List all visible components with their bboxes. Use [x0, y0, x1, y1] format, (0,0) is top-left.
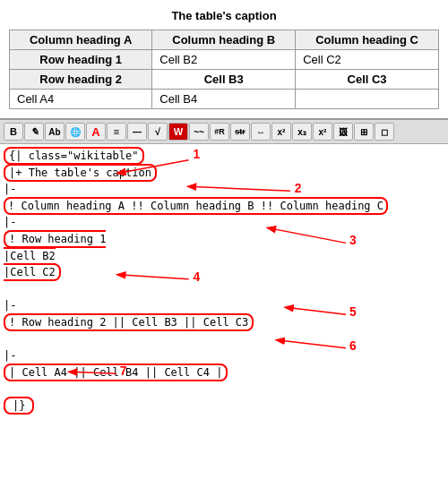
editor-line-1: {| class="wikitable" [4, 148, 444, 165]
sqrt-button[interactable]: √ [148, 123, 168, 141]
image-button[interactable]: 🖼 [333, 123, 353, 141]
editor-line-10: ! Row heading 2 || Cell B3 || Cell C3 [4, 314, 444, 331]
row-heading-1: Row heading 1 [10, 50, 152, 70]
header-row: Column heading A Column heading B Column… [10, 30, 439, 50]
col-heading-c: Column heading C [296, 30, 439, 50]
editor-overlay-container: {| class="wikitable" |+ The table's capt… [0, 144, 448, 418]
editor-line-space1 [4, 281, 444, 298]
col-heading-a: Column heading A [10, 30, 152, 50]
editor-line-space3 [4, 381, 444, 398]
editor-line-9: |- [4, 297, 444, 314]
color-button[interactable]: A [86, 123, 106, 141]
editor-line-12: | Cell A4 || Cell B4 || Cell C4 | [4, 364, 444, 381]
cell-c2: Cell C2 [296, 50, 439, 70]
cell-b2: Cell B2 [152, 50, 296, 70]
strike-button[interactable]: str [230, 123, 250, 141]
sub-button[interactable]: x₂ [292, 123, 312, 141]
editor-content[interactable]: {| class="wikitable" |+ The table's capt… [0, 144, 448, 418]
editor-section: B ✎ Ab 🌐 A ≡ — √ W ~~ #R str ↔ x² x₂ x² … [0, 119, 448, 418]
table-button[interactable]: ⊞ [354, 123, 374, 141]
text-button[interactable]: Ab [45, 123, 65, 141]
table-row: Row heading 1 Cell B2 Cell C2 [10, 50, 439, 70]
sig-button[interactable]: ~~ [189, 123, 209, 141]
editor-line-13: |} [4, 398, 444, 415]
editor-line-space2 [4, 331, 444, 348]
table-row: Cell A4 Cell B4 [10, 90, 439, 109]
list-button[interactable]: ≡ [107, 123, 126, 141]
editor-line-3: |- [4, 181, 444, 198]
editor-line-2: |+ The table's caption [4, 165, 444, 182]
col-heading-b: Column heading B [152, 30, 296, 50]
table-row: Row heading 2 Cell B3 Cell C3 [10, 70, 439, 90]
table-section: The table's caption Column heading A Col… [0, 0, 448, 119]
cell-b4: Cell B4 [152, 90, 296, 109]
editor-line-6: ! Row heading 1 |Cell B2 |Cell C2 [4, 231, 444, 281]
redirect-button[interactable]: #R [210, 123, 229, 141]
row-heading-2: Row heading 2 [10, 70, 152, 90]
editor-line-5: |- [4, 214, 444, 231]
editor-toolbar: B ✎ Ab 🌐 A ≡ — √ W ~~ #R str ↔ x² x₂ x² … [0, 120, 448, 144]
arrow-button[interactable]: ↔ [251, 123, 271, 141]
cell-empty [296, 90, 439, 109]
cell-c3: Cell C3 [296, 70, 439, 90]
wiki-table: Column heading A Column heading B Column… [9, 30, 439, 109]
editor-line-11: |- [4, 347, 444, 364]
hr-button[interactable]: — [127, 123, 147, 141]
bold-button[interactable]: B [4, 123, 23, 141]
sup-button[interactable]: x² [271, 123, 291, 141]
editor-line-4: ! Column heading A !! Column heading B !… [4, 198, 444, 215]
table-caption: The table's caption [9, 9, 439, 22]
cell-b3: Cell B3 [152, 70, 296, 90]
cell-a4: Cell A4 [10, 90, 152, 109]
ref-button[interactable]: W [168, 123, 188, 141]
misc-button[interactable]: ◻ [375, 123, 394, 141]
italic-button[interactable]: ✎ [24, 123, 44, 141]
link-button[interactable]: 🌐 [65, 123, 85, 141]
sup2-button[interactable]: x² [313, 123, 332, 141]
